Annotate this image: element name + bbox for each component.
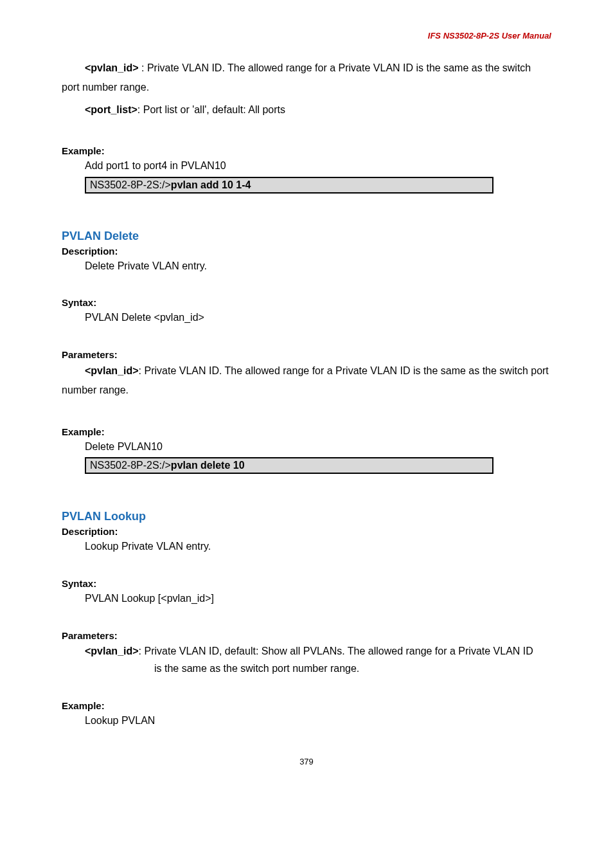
section-title-pvlan-lookup: PVLAN Lookup xyxy=(62,510,551,523)
page-number: 379 xyxy=(62,757,551,766)
param-port-list: <port_list>: Port list or 'all', default… xyxy=(62,100,551,120)
example-desc: Add port1 to port4 in PVLAN10 xyxy=(85,158,551,174)
description-label: Description: xyxy=(62,246,551,257)
param-pvlan-id: <pvlan_id> : Private VLAN ID. The allowe… xyxy=(62,59,551,98)
cli-prompt: NS3502-8P-2S:/> xyxy=(90,179,171,190)
cli-command: pvlan delete 10 xyxy=(171,460,245,471)
parameters-label: Parameters: xyxy=(62,349,551,360)
param-key: <pvlan_id> xyxy=(85,62,139,73)
param-desc: : Port list or 'all', default: All ports xyxy=(138,104,285,115)
param-key: <pvlan_id> xyxy=(85,646,139,656)
cli-command: pvlan add 10 1-4 xyxy=(171,179,251,190)
parameters-label: Parameters: xyxy=(62,630,551,641)
section-title-pvlan-delete: PVLAN Delete xyxy=(62,230,551,243)
description-text: Delete Private VLAN entry. xyxy=(85,258,551,275)
cli-box: NS3502-8P-2S:/>pvlan delete 10 xyxy=(85,457,493,474)
syntax-text: PVLAN Delete <pvlan_id> xyxy=(85,309,551,326)
example-desc: Delete PVLAN10 xyxy=(85,439,551,455)
example-label: Example: xyxy=(62,145,551,156)
description-text: Lookup Private VLAN entry. xyxy=(85,538,551,555)
param-desc-line2: is the same as the switch port number ra… xyxy=(154,660,551,677)
cli-prompt: NS3502-8P-2S:/> xyxy=(90,460,171,471)
example-label: Example: xyxy=(62,426,551,437)
param-pvlan-id-delete: <pvlan_id>: Private VLAN ID. The allowed… xyxy=(62,361,551,401)
syntax-label: Syntax: xyxy=(62,578,551,589)
page-header: IFS NS3502-8P-2S User Manual xyxy=(62,31,551,41)
syntax-label: Syntax: xyxy=(62,297,551,308)
example-label: Example: xyxy=(62,700,551,711)
description-label: Description: xyxy=(62,526,551,537)
cli-box: NS3502-8P-2S:/>pvlan add 10 1-4 xyxy=(85,177,493,194)
param-key: <port_list> xyxy=(85,104,138,115)
example-desc: Lookup PVLAN xyxy=(85,712,551,729)
param-desc-line1: : Private VLAN ID, default: Show all PVL… xyxy=(139,646,533,656)
param-pvlan-id-lookup: <pvlan_id>: Private VLAN ID, default: Sh… xyxy=(85,642,551,677)
syntax-text: PVLAN Lookup [<pvlan_id>] xyxy=(85,590,551,607)
param-key: <pvlan_id> xyxy=(85,365,139,376)
